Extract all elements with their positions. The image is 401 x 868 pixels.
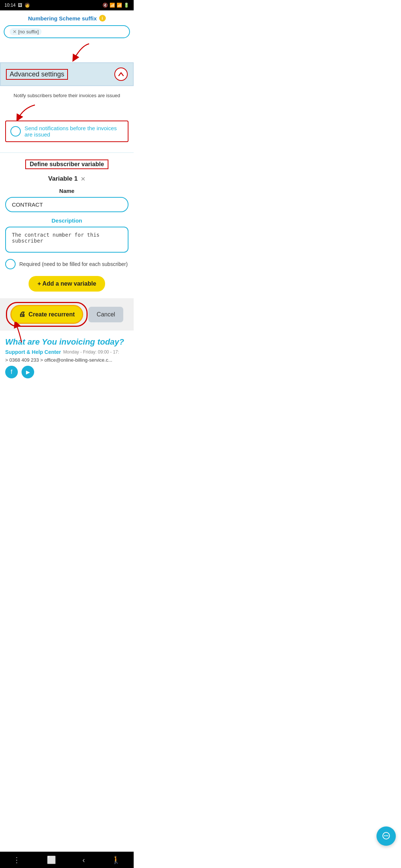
person-icon: 🧑	[25, 3, 30, 8]
required-radio-inner	[8, 262, 13, 267]
add-variable-button[interactable]: + Add a new variable	[29, 276, 105, 292]
annotation-arrow-1	[59, 42, 104, 62]
mute-icon: 🔇	[102, 3, 108, 8]
numbering-title: Numbering Scheme suffix i	[4, 15, 130, 22]
variable-name-label: Variable 1	[48, 175, 78, 183]
radio-arrow-area	[5, 104, 128, 121]
annotation-arrow-2	[13, 104, 46, 121]
create-recurrent-wrap: 🖨 Create recurrent	[10, 305, 84, 324]
bottom-action-bar: 🖨 Create recurrent Cancel	[0, 298, 134, 331]
info-icon[interactable]: i	[99, 15, 106, 22]
status-left: 10:14 🖼 🧑	[4, 3, 30, 8]
variable-remove-icon[interactable]: ✕	[81, 175, 85, 183]
arrow-annotation-area	[0, 42, 134, 62]
notify-radio[interactable]	[10, 126, 21, 137]
divider-1	[0, 152, 134, 153]
image-icon: 🖼	[18, 3, 22, 8]
support-label: Support & Help Center	[5, 349, 61, 355]
annotation-arrow-3	[9, 322, 35, 344]
define-variable-title: Define subscriber variable	[25, 160, 108, 169]
create-recurrent-icon: 🖨	[19, 310, 26, 318]
required-label: Required (need to be filled for each sub…	[19, 261, 128, 267]
suffix-remove-icon[interactable]: ✕	[13, 29, 17, 34]
support-hours: Monday - Friday: 09:00 - 17:	[63, 349, 119, 355]
add-variable-wrap: + Add a new variable	[5, 276, 128, 292]
create-recurrent-button[interactable]: 🖨 Create recurrent	[10, 305, 84, 324]
signal-icon: 📶	[117, 3, 122, 8]
add-variable-label: + Add a new variable	[38, 280, 96, 287]
suffix-value: [no suffix]	[18, 29, 39, 34]
radio-inner	[13, 129, 18, 134]
notify-checkbox-row[interactable]: Send notifications before the invoices a…	[5, 121, 128, 142]
advanced-settings-chevron[interactable]	[114, 68, 128, 81]
main-content: Numbering Scheme suffix i ✕ [no suffix] …	[0, 10, 134, 382]
notify-label: Send notifications before the invoices a…	[25, 125, 123, 138]
notify-title: Notify subscribers before their invoices…	[5, 93, 128, 98]
define-center: Define subscriber variable	[5, 160, 128, 175]
youtube-icon[interactable]: ▶	[22, 366, 34, 378]
variable-row: Variable 1 ✕	[5, 175, 128, 183]
required-radio[interactable]	[5, 259, 16, 269]
advanced-settings-bar[interactable]: Advanced settings	[0, 62, 134, 86]
name-input[interactable]	[5, 197, 128, 212]
description-textarea[interactable]	[5, 227, 128, 253]
notify-section: Notify subscribers before their invoices…	[0, 86, 134, 146]
battery-icon: 🔋	[124, 3, 129, 8]
wifi-icon: 📶	[110, 3, 115, 8]
footer-support: Support & Help Center Monday - Friday: 0…	[5, 349, 128, 355]
status-time: 10:14	[4, 3, 16, 8]
description-label: Description	[5, 217, 128, 224]
advanced-settings-label: Advanced settings	[6, 69, 68, 80]
suffix-input[interactable]: ✕ [no suffix]	[4, 25, 130, 38]
chevron-up-icon	[118, 71, 124, 78]
name-field-label: Name	[5, 188, 128, 194]
status-right: 🔇 📶 📶 🔋	[102, 3, 129, 8]
create-recurrent-label: Create recurrent	[29, 311, 75, 318]
suffix-tag: ✕ [no suffix]	[10, 28, 42, 35]
numbering-section: Numbering Scheme suffix i ✕ [no suffix]	[0, 10, 134, 42]
footer-contact: > 0368 409 233 > office@online-billing-s…	[5, 357, 128, 363]
social-icons-row: f ▶	[5, 366, 128, 378]
required-row: Required (need to be filled for each sub…	[5, 259, 128, 269]
define-variable-section: Define subscriber variable Variable 1 ✕ …	[0, 160, 134, 292]
status-bar: 10:14 🖼 🧑 🔇 📶 📶 🔋	[0, 0, 134, 10]
facebook-icon[interactable]: f	[5, 366, 18, 378]
create-btn-annotation-wrap: 🖨 Create recurrent	[10, 305, 84, 324]
cancel-button[interactable]: Cancel	[88, 307, 123, 322]
cancel-label: Cancel	[97, 311, 115, 318]
